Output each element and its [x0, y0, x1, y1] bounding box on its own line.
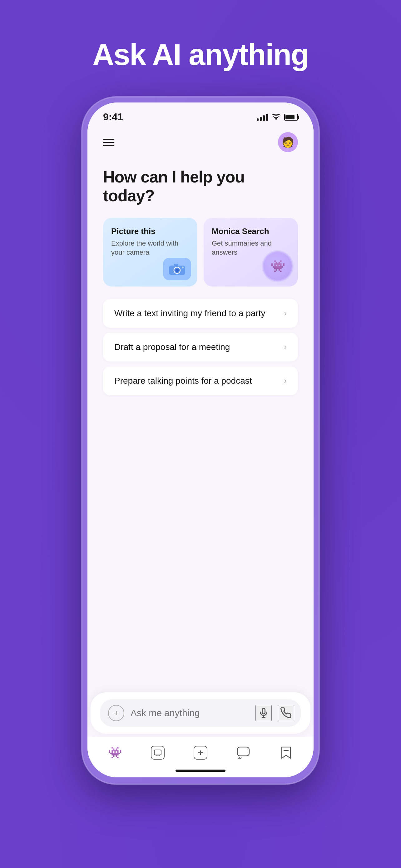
add-button[interactable]: +	[108, 705, 124, 721]
phone-icon	[280, 707, 292, 719]
suggestion-list: Write a text inviting my friend to a par…	[103, 299, 298, 395]
hamburger-line-3	[103, 145, 114, 146]
microphone-button[interactable]	[256, 705, 272, 721]
suggestion-item-party[interactable]: Write a text inviting my friend to a par…	[103, 299, 298, 328]
status-time: 9:41	[103, 111, 123, 123]
signal-bar-3	[263, 115, 265, 121]
tab-compose[interactable]	[188, 742, 213, 764]
svg-point-3	[175, 269, 179, 272]
tab-home[interactable]: 👾	[102, 742, 127, 764]
input-row: +	[100, 699, 301, 727]
suggestion-text-party: Write a text inviting my friend to a par…	[114, 308, 265, 318]
hero-title: Ask AI anything	[93, 37, 308, 72]
status-bar: 9:41	[88, 102, 313, 126]
svg-rect-12	[237, 747, 249, 756]
plus-icon: +	[114, 709, 119, 717]
ask-input[interactable]	[131, 708, 249, 718]
svg-rect-6	[262, 708, 265, 714]
phone-shell: 9:41	[82, 97, 319, 784]
monica-search-title: Monica Search	[212, 226, 290, 236]
camera-icon	[163, 258, 191, 280]
suggestion-item-podcast[interactable]: Prepare talking points for a podcast ›	[103, 367, 298, 395]
battery-icon	[284, 114, 298, 121]
hamburger-line-1	[103, 139, 114, 140]
tab-ai[interactable]	[145, 742, 170, 764]
menu-button[interactable]	[103, 139, 114, 146]
svg-point-0	[276, 118, 277, 119]
feature-card-monica-search[interactable]: Monica Search Get summaries and answers …	[204, 218, 298, 286]
suggestion-item-meeting[interactable]: Draft a proposal for a meeting ›	[103, 333, 298, 362]
svg-rect-9	[154, 750, 161, 755]
hamburger-line-2	[103, 142, 114, 143]
phone-screen: 9:41	[88, 102, 313, 777]
signal-bar-2	[260, 117, 262, 121]
svg-rect-4	[174, 264, 178, 266]
tab-chat[interactable]	[231, 742, 256, 764]
nav-bar: 🧑	[88, 126, 313, 158]
chevron-right-icon: ›	[284, 308, 287, 318]
battery-fill	[286, 115, 295, 119]
chevron-right-icon-2: ›	[284, 342, 287, 352]
main-content: How can I help you today? Picture this E…	[88, 158, 313, 548]
microphone-icon	[258, 707, 269, 719]
avatar[interactable]: 🧑	[278, 132, 298, 152]
tab-bar: 👾	[88, 737, 313, 766]
svg-point-5	[182, 267, 183, 269]
picture-this-description: Explore the world with your camera	[111, 239, 189, 257]
picture-this-title: Picture this	[111, 226, 189, 236]
wifi-icon	[272, 113, 280, 122]
feature-cards: Picture this Explore the world with your…	[103, 218, 298, 286]
home-indicator	[88, 766, 313, 777]
signal-bars-icon	[257, 114, 268, 121]
bottom-input-area: +	[91, 692, 310, 734]
suggestion-text-podcast: Prepare talking points for a podcast	[114, 376, 252, 386]
chevron-right-icon-3: ›	[284, 376, 287, 385]
home-bar	[175, 770, 226, 772]
greeting-text: How can I help you today?	[103, 168, 298, 205]
phone-button[interactable]	[278, 705, 294, 721]
content-spacer	[88, 548, 313, 692]
status-icons	[257, 113, 298, 122]
signal-bar-1	[257, 118, 259, 121]
tab-saved[interactable]	[274, 742, 299, 764]
monica-orb-icon: 👾	[264, 252, 292, 280]
signal-bar-4	[266, 114, 268, 121]
suggestion-text-meeting: Draft a proposal for a meeting	[114, 342, 230, 352]
feature-card-picture-this[interactable]: Picture this Explore the world with your…	[103, 218, 197, 286]
